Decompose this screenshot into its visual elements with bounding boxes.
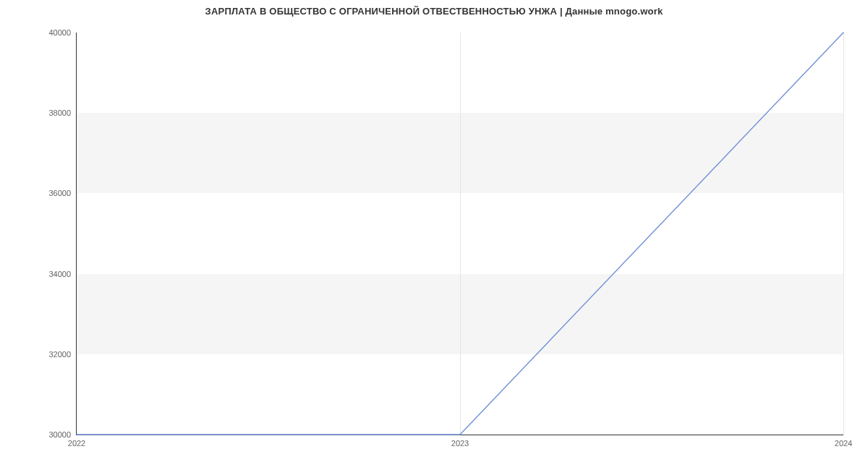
salary-chart: ЗАРПЛАТА В ОБЩЕСТВО С ОГРАНИЧЕННОЙ ОТВЕС… bbox=[0, 0, 868, 470]
chart-title: ЗАРПЛАТА В ОБЩЕСТВО С ОГРАНИЧЕННОЙ ОТВЕС… bbox=[0, 6, 868, 17]
series-line bbox=[77, 33, 843, 435]
x-tick-label: 2023 bbox=[451, 439, 469, 448]
y-tick-label: 40000 bbox=[48, 28, 71, 37]
plot-area: 30000 32000 34000 36000 38000 40000 2022… bbox=[76, 33, 843, 435]
y-tick-label: 38000 bbox=[48, 108, 71, 117]
y-tick-label: 30000 bbox=[48, 430, 71, 439]
y-tick-label: 34000 bbox=[48, 270, 71, 278]
x-tick-label: 2024 bbox=[835, 439, 852, 448]
y-tick-label: 32000 bbox=[48, 350, 71, 359]
grid-line-vertical bbox=[843, 33, 844, 435]
y-tick-label: 36000 bbox=[48, 189, 71, 197]
x-tick-label: 2022 bbox=[68, 439, 85, 448]
